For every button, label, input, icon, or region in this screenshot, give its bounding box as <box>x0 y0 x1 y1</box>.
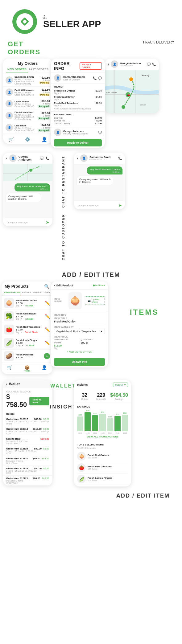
reject-order-button[interactable]: REJECT ORDER <box>80 62 102 70</box>
order-item-5[interactable]: 👤 Lisa davis 02 Jun, 11:13 am Order num … <box>3 122 52 133</box>
products-nav-products-icon[interactable]: 📦 <box>24 365 30 370</box>
send-icon-restaurant[interactable]: ➤ <box>46 220 49 225</box>
add-edit-label-2: ADD / EDIT ITEM <box>12 493 170 499</box>
chat-restaurant-phone: ‹ 👤 George Anderson 💬 📞 Hey t <box>3 153 52 226</box>
send-icon-customer[interactable]: ➤ <box>118 203 122 208</box>
chat-back-icon[interactable]: ‹ <box>6 156 7 160</box>
payment-row-2: Service fee $1.50 <box>54 120 102 122</box>
track-chat-icon[interactable]: 💬 <box>147 63 151 66</box>
order-item-1[interactable]: 👤 Samantha Smith 02 Jun, 11:05 am Order … <box>3 74 52 87</box>
order-info-1: Samantha Smith 02 Jun, 11:05 am Order nu… <box>14 76 37 85</box>
upload-photo-button[interactable]: 📷 Upload photo <box>85 296 105 305</box>
wallet-tx-4[interactable]: Order Num 312124 $80.00 $6.00 3 Items | … <box>3 446 52 456</box>
section-labels-row: GET ORDERS TRACK DELIVERY <box>0 40 182 56</box>
insight-label: INSIGHT <box>50 404 77 410</box>
wallet-tx-7[interactable]: Order Num 312121 $80.00 $68.50 Delivered… <box>3 476 52 486</box>
products-user-icon[interactable]: 👤 <box>42 365 47 372</box>
order-item-4[interactable]: 👤 Daniel Hamilton 02 Jun, 11:11 am Order… <box>3 109 52 122</box>
cat-vegetables[interactable]: VEGETABLES <box>4 290 21 295</box>
wallet-tx-6[interactable]: Order Num 312124 $80.00 $6.50 3 Items | … <box>3 466 52 476</box>
payment-row-1: Sub Total $10.00 <box>54 117 102 119</box>
wallet-tx-1-meta: 3 Items | 24 Jun 2019, 11:01 am Earnings <box>6 420 49 423</box>
edit-product-phone: < Edit Product In Stock ITEM IMAGE 🧅 📷 U… <box>51 281 108 367</box>
wallet-tx-5[interactable]: Order Num 312121 $80.00 $68.50 Delivered… <box>3 456 52 466</box>
products-orders-icon[interactable]: 🛒 <box>7 365 12 372</box>
item-image-section: ITEM IMAGE 🧅 📷 Upload photo <box>51 290 108 312</box>
my-orders-header: My Orders NEW ORDERS PAST ORDERS <box>3 59 52 74</box>
search-products-icon[interactable]: 🔍 <box>44 284 49 289</box>
bar-chart: $180 $240 $200 $220 <box>77 410 128 431</box>
product-edit-icon-4[interactable]: ✏️ <box>45 340 50 345</box>
track-delivery-label: TRACK DELIVERY <box>57 40 179 56</box>
nav-user-icon[interactable]: 👤 <box>42 137 47 142</box>
wallet-tx-1-prices: $80.00 $5.20 <box>34 418 50 420</box>
product-qty-row-2: 1kg ▼ · In Stock <box>16 318 43 320</box>
app-logo <box>12 9 37 34</box>
wallet-tx-5-prices: $80.00 $68.50 <box>33 457 49 460</box>
orders-tab-row: NEW ORDERS PAST ORDERS <box>6 67 49 72</box>
order-price-col-3: $35.00 4 Items Accepted <box>38 100 50 108</box>
chat-customer-back[interactable]: ‹ <box>77 156 78 160</box>
selling-item-1[interactable]: 🧅 Fresh Red Onions 165 Sales <box>77 451 128 462</box>
category-select[interactable]: Vegetables & Fruits / Vegetables ▼ <box>54 329 105 334</box>
today-badge[interactable]: TODAY ▼ <box>113 383 128 387</box>
product-item-2[interactable]: 🥦 Fresh Cauliflower $ 4.50 1kg ▼ · In St… <box>2 310 52 323</box>
wallet-tx-3[interactable]: Sent to Bank -$100.00 24 Jun 2019, 09:12… <box>3 436 52 446</box>
product-item-1[interactable]: 🧅 Fresh Red Onions $ 3.00 1kg ▼ · In Sto… <box>2 297 52 310</box>
wallet-back[interactable]: ‹ <box>6 382 7 386</box>
product-item-3[interactable]: 🍅 Fresh Red Tomatoes $ 2.50 1kg ▼ · Out … <box>2 323 52 336</box>
svg-text:Kearny: Kearny <box>142 74 149 77</box>
order-item-2[interactable]: 👤 Emili Williamson 02 Jun, 11:08 am Orde… <box>3 87 52 98</box>
logo-inner <box>16 13 33 30</box>
chat-input-area-restaurant: Type your message ➤ <box>3 218 52 226</box>
tab-new-orders[interactable]: NEW ORDERS <box>6 67 28 72</box>
back-chevron[interactable]: ‹ <box>108 63 109 66</box>
chat-restaurant-chat-icon[interactable]: 💬 <box>40 157 44 160</box>
edit-product-header: < Edit Product In Stock <box>51 281 108 290</box>
product-edit-icon-3[interactable]: ✏️ <box>45 327 50 332</box>
selling-item-2[interactable]: 🍅 Fresh Red Tomatoes 155 Sales <box>77 462 128 474</box>
track-call-icon[interactable]: 📞 <box>152 63 156 66</box>
driver-chat-icon: 💬 <box>98 130 102 134</box>
selling-item-3[interactable]: 🫛 Fresh Ladies Fingers 154 Sales <box>77 474 128 485</box>
cat-herbs[interactable]: HERBS <box>33 290 41 295</box>
product-edit-icon-2[interactable]: ✏️ <box>45 314 50 319</box>
nav-orders-icon[interactable]: 🛒 <box>9 137 14 142</box>
product-item-5[interactable]: 🥔 Fresh Potatoes $ 3.50 + <box>2 350 52 363</box>
chat-restaurant-call-icon[interactable]: 📞 <box>46 157 49 160</box>
chat-input-area-customer: Type your message ➤ <box>74 201 125 209</box>
cat-dairy[interactable]: DAIRY <box>43 290 51 295</box>
add-product-button[interactable]: + <box>44 353 50 359</box>
bar-6: $190 <box>114 413 121 431</box>
order-item-3[interactable]: 👤 Linda Taylor 02 Jun, 11:09 am Order nu… <box>3 98 52 109</box>
order-info-title: ORDER INFO <box>54 61 80 71</box>
driver-avatar: 👤 <box>54 129 61 136</box>
wallet-tx-2[interactable]: Order Num 232313 $110.00 $9.50 4 Items |… <box>3 426 52 436</box>
map-svg: Kearny East Newark Harrison 🚗 <box>105 70 159 113</box>
get-orders-label-space: GET ORDERS <box>3 40 57 56</box>
add-more-option[interactable]: + ADD MORE OPTION <box>54 351 105 353</box>
my-orders-phone: My Orders NEW ORDERS PAST ORDERS 👤 Saman… <box>3 59 52 144</box>
chat-icon[interactable]: 💬 <box>98 76 102 80</box>
tab-past-orders[interactable]: PAST ORDERS <box>28 67 49 72</box>
bar-block-6 <box>114 416 121 431</box>
nav-settings-icon[interactable]: ⚙️ <box>25 137 30 142</box>
chat-bubble-received-customer: On my way ma'm. Will reach in 10 mins. <box>77 176 113 185</box>
chat-customer-call-icon[interactable]: 📞 <box>118 157 122 160</box>
order-info-phone-header: ORDER INFO REJECT ORDER <box>51 59 105 72</box>
product-item-4[interactable]: 🫛 Fresh Lady Finger $ 3.50 500g ▼ · In S… <box>2 336 52 350</box>
cat-fruits[interactable]: FRUITS <box>22 290 31 295</box>
driver-chat-icon-symbol[interactable]: 💬 <box>98 131 102 134</box>
ready-to-deliver-button[interactable]: Ready to deliver <box>54 139 102 146</box>
update-info-button[interactable]: Update Info <box>54 358 105 366</box>
chat-bubble-received-1: On my way ma'm. Will reach in 10 mins. <box>6 193 41 202</box>
send-to-bank-button[interactable]: Send to Bank <box>29 397 49 405</box>
call-icon[interactable]: 📞 <box>93 76 97 80</box>
chat-map-svg <box>3 164 52 181</box>
wallet-tx-1[interactable]: Order Num 312317 $80.00 $5.20 3 Items | … <box>3 416 52 426</box>
product-edit-icon-1[interactable]: ✏️ <box>45 301 50 306</box>
view-all-transactions[interactable]: VIEW ALL TRANSACTIONS <box>77 434 128 439</box>
stat-items: 229 Items sold <box>94 392 109 400</box>
bar-block-5 <box>107 418 113 431</box>
qty-1: 1kg <box>54 347 78 349</box>
